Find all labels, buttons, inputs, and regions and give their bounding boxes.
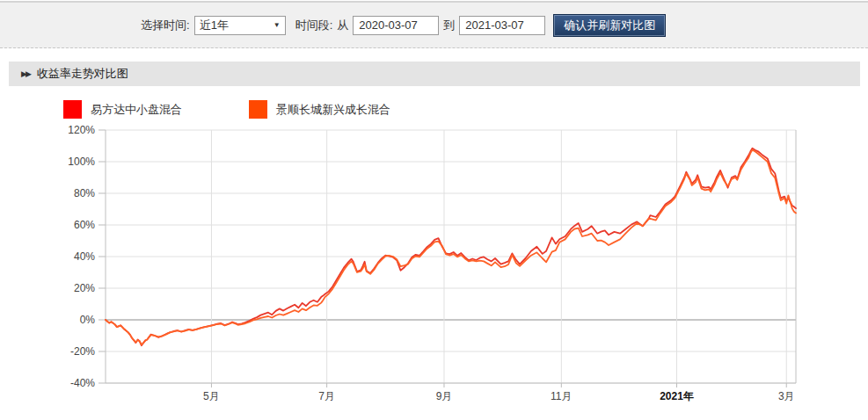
page: 选择时间: 近1年 ▼ 时间段: 从 到 确认并刷新对比图 ▶▶ 收益率走势对比…	[0, 0, 868, 420]
y-tick-label: 80%	[74, 187, 95, 199]
chart-area: 120%100%80%60%40%20%0%-20%-40%5月7月9月11月2…	[0, 121, 868, 420]
chevron-down-icon: ▼	[274, 21, 281, 29]
period-label: 时间段:	[295, 18, 333, 33]
y-tick-label: -40%	[70, 377, 95, 389]
legend-label-fund-1: 易方达中小盘混合	[91, 102, 182, 118]
x-tick-label: 2021年	[660, 390, 694, 402]
y-tick-label: 120%	[68, 124, 95, 136]
select-time-label: 选择时间:	[141, 18, 190, 33]
end-date-input[interactable]	[459, 16, 545, 35]
returns-comparison-chart-svg[interactable]: 120%100%80%60%40%20%0%-20%-40%5月7月9月11月2…	[0, 121, 868, 420]
x-tick-label: 5月	[203, 390, 220, 402]
to-label: 到	[443, 18, 455, 33]
double-arrow-icon: ▶▶	[21, 70, 30, 78]
x-tick-label: 9月	[436, 390, 453, 402]
series-line-0	[106, 148, 796, 346]
x-tick-label: 7月	[318, 390, 335, 402]
legend-item-fund-2: 景顺长城新兴成长混合	[249, 100, 390, 119]
time-filter-toolbar: 选择时间: 近1年 ▼ 时间段: 从 到 确认并刷新对比图	[0, 1, 868, 48]
legend-swatch-orange	[249, 100, 267, 119]
series-line-1	[106, 150, 796, 345]
legend-label-fund-2: 景顺长城新兴成长混合	[276, 102, 390, 118]
y-tick-label: 20%	[74, 282, 95, 294]
time-range-selected-value: 近1年	[200, 18, 229, 33]
x-tick-label: 3月	[778, 390, 795, 402]
from-label: 从	[337, 18, 348, 33]
y-tick-label: 40%	[74, 250, 95, 263]
time-range-select[interactable]: 近1年 ▼	[194, 16, 286, 35]
y-tick-label: 0%	[80, 314, 96, 326]
y-tick-label: 60%	[74, 219, 95, 231]
x-tick-label: 11月	[551, 390, 572, 402]
confirm-refresh-button[interactable]: 确认并刷新对比图	[553, 14, 666, 37]
section-header-returns-comparison[interactable]: ▶▶ 收益率走势对比图	[9, 62, 860, 86]
legend-swatch-red	[63, 100, 82, 119]
toolbar-controls: 选择时间: 近1年 ▼ 时间段: 从 到 确认并刷新对比图	[141, 3, 666, 47]
legend-item-fund-1: 易方达中小盘混合	[63, 100, 182, 119]
start-date-input[interactable]	[353, 16, 439, 35]
y-tick-label: -20%	[70, 345, 95, 358]
y-tick-label: 100%	[68, 156, 95, 168]
section-title: 收益率走势对比图	[37, 66, 128, 82]
